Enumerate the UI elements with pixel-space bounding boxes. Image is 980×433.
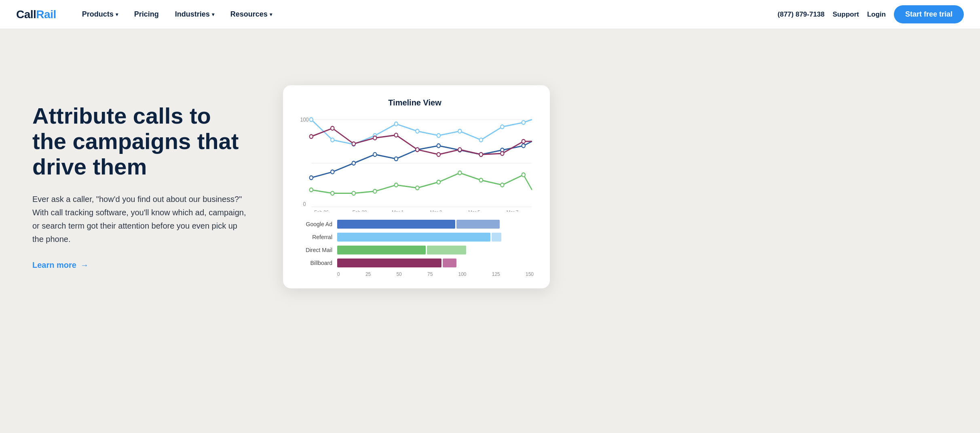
bar-segment <box>337 220 455 229</box>
logo-rail: Rail <box>36 8 56 21</box>
svg-point-41 <box>479 152 483 156</box>
svg-text:Feb 28: Feb 28 <box>353 209 367 212</box>
nav-products[interactable]: Products ▾ <box>76 7 125 22</box>
bar-segment <box>337 246 426 254</box>
svg-point-17 <box>437 133 440 137</box>
bar-row-billboard: Billboard <box>296 259 534 267</box>
svg-text:Mar 3: Mar 3 <box>430 209 442 212</box>
chevron-down-icon: ▾ <box>116 12 118 17</box>
svg-point-51 <box>458 171 461 175</box>
bar-segment <box>443 259 456 267</box>
chart-card: Timeline View 100 0 Feb 26 Feb 28 Mar 1 … <box>283 85 550 288</box>
svg-point-39 <box>437 152 440 156</box>
svg-point-43 <box>522 139 525 143</box>
svg-point-42 <box>501 151 504 156</box>
svg-point-21 <box>522 120 525 124</box>
svg-point-22 <box>310 176 313 180</box>
support-link[interactable]: Support <box>833 11 859 19</box>
svg-point-53 <box>501 183 504 187</box>
chart-title: Timeline View <box>296 98 534 107</box>
svg-point-38 <box>416 147 419 151</box>
hero-section: Attribute calls to the campaigns that dr… <box>0 29 980 344</box>
line-chart: 100 0 Feb 26 Feb 28 Mar 1 Mar 3 Mar 5 Ma… <box>296 115 534 212</box>
svg-point-34 <box>331 126 334 130</box>
svg-point-37 <box>395 133 398 137</box>
svg-point-40 <box>458 147 461 151</box>
nav-industries[interactable]: Industries ▾ <box>169 7 221 22</box>
svg-text:Mar 5: Mar 5 <box>468 209 480 212</box>
bar-chart: Google Ad Referral Direct Mail <box>296 220 534 277</box>
svg-point-48 <box>395 183 398 187</box>
bar-track-referral <box>337 233 534 242</box>
bar-track-billboard <box>337 259 534 267</box>
svg-point-47 <box>373 189 376 193</box>
hero-text: Attribute calls to the campaigns that dr… <box>32 103 251 269</box>
hero-description: Ever ask a caller, "how'd you find out a… <box>32 193 251 246</box>
nav-resources[interactable]: Resources ▾ <box>224 7 279 22</box>
chevron-down-icon: ▾ <box>270 12 272 17</box>
svg-point-16 <box>416 129 419 133</box>
svg-point-54 <box>522 173 525 177</box>
svg-point-18 <box>458 129 461 133</box>
svg-point-33 <box>310 135 313 139</box>
bar-segment <box>427 246 466 254</box>
start-trial-button[interactable]: Start free trial <box>894 5 964 23</box>
svg-point-46 <box>352 191 355 195</box>
bar-label-direct-mail: Direct Mail <box>296 247 332 253</box>
nav: Products ▾ Pricing Industries ▾ Resource… <box>76 7 778 22</box>
svg-point-35 <box>352 142 355 146</box>
header: CallRail Products ▾ Pricing Industries ▾… <box>0 0 980 29</box>
header-right: (877) 879-7138 Support Login Start free … <box>777 5 964 23</box>
bar-segment <box>337 233 490 242</box>
svg-point-26 <box>395 157 398 161</box>
svg-text:100: 100 <box>300 116 308 123</box>
svg-text:Feb 26: Feb 26 <box>314 209 329 212</box>
bar-row-google-ad: Google Ad <box>296 220 534 229</box>
login-link[interactable]: Login <box>867 11 886 19</box>
learn-more-text: Learn more <box>32 261 76 270</box>
bar-label-referral: Referral <box>296 234 332 240</box>
svg-point-50 <box>437 180 440 184</box>
svg-point-28 <box>437 144 440 148</box>
svg-point-15 <box>395 122 398 126</box>
svg-text:Mar 1: Mar 1 <box>392 209 404 212</box>
svg-text:0: 0 <box>303 200 306 207</box>
svg-point-45 <box>331 191 334 195</box>
svg-point-23 <box>331 170 334 174</box>
svg-point-25 <box>373 152 376 156</box>
svg-text:Mar 7: Mar 7 <box>507 209 519 212</box>
bar-label-google-ad: Google Ad <box>296 221 332 227</box>
hero-title: Attribute calls to the campaigns that dr… <box>32 103 251 179</box>
chevron-down-icon: ▾ <box>212 12 214 17</box>
svg-point-49 <box>416 186 419 190</box>
svg-point-52 <box>479 178 483 182</box>
bar-segment <box>492 233 501 242</box>
nav-pricing[interactable]: Pricing <box>128 7 165 22</box>
logo-call: Call <box>16 8 36 21</box>
svg-point-19 <box>479 138 483 142</box>
bar-label-billboard: Billboard <box>296 260 332 266</box>
svg-point-12 <box>331 138 334 142</box>
bar-row-referral: Referral <box>296 233 534 242</box>
svg-point-20 <box>501 125 504 129</box>
svg-point-44 <box>310 188 313 192</box>
bar-track-google-ad <box>337 220 534 229</box>
phone-number: (877) 879-7138 <box>777 11 824 19</box>
bar-row-direct-mail: Direct Mail <box>296 246 534 254</box>
learn-more-link[interactable]: Learn more → <box>32 261 89 270</box>
bar-segment <box>456 220 500 229</box>
svg-point-32 <box>522 144 525 148</box>
line-chart-svg: 100 0 Feb 26 Feb 28 Mar 1 Mar 3 Mar 5 Ma… <box>296 115 534 212</box>
svg-point-24 <box>352 161 355 165</box>
logo[interactable]: CallRail <box>16 8 56 21</box>
svg-point-36 <box>373 136 376 140</box>
bar-axis: 0 25 50 75 100 125 150 <box>296 271 534 277</box>
bar-track-direct-mail <box>337 246 534 254</box>
arrow-icon: → <box>80 261 89 270</box>
bar-segment <box>337 259 441 267</box>
svg-point-11 <box>310 118 313 122</box>
